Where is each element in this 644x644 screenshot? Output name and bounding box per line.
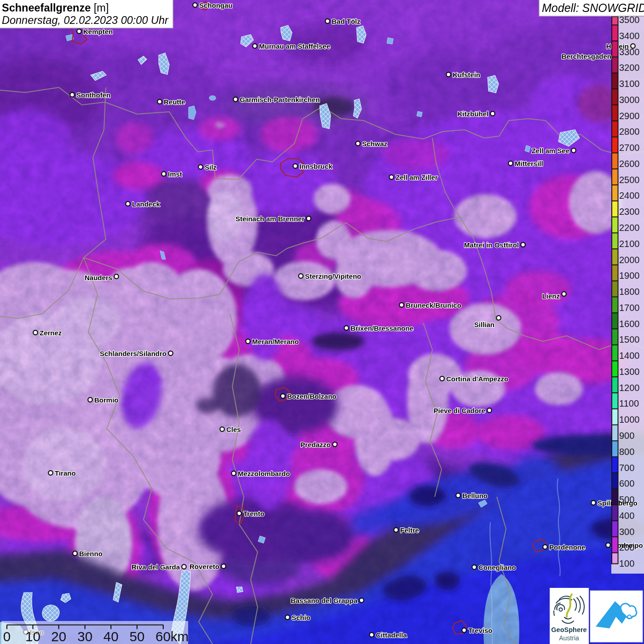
svg-text:Lienz: Lienz: [542, 292, 560, 300]
svg-text:Mezzolombardo: Mezzolombardo: [238, 470, 290, 477]
svg-text:3200: 3200: [619, 63, 640, 73]
svg-text:Cortina d'Ampezzo: Cortina d'Ampezzo: [446, 375, 508, 383]
svg-text:1200: 1200: [619, 383, 640, 393]
svg-text:Sonthofen: Sonthofen: [76, 91, 110, 99]
svg-text:Mittersill: Mittersill: [515, 160, 543, 167]
svg-text:Zell am See: Zell am See: [531, 147, 569, 155]
svg-text:1800: 1800: [619, 287, 640, 297]
svg-text:Pieve di Cadore: Pieve di Cadore: [433, 407, 485, 414]
svg-text:Kitzbühel: Kitzbühel: [458, 110, 489, 118]
svg-text:Riva del Garda: Riva del Garda: [132, 563, 180, 571]
svg-text:Feltre: Feltre: [400, 526, 419, 534]
svg-text:Schlanders/Silandro: Schlanders/Silandro: [100, 350, 167, 357]
svg-text:Schneefallgrenze [m]: Schneefallgrenze [m]: [2, 2, 109, 14]
svg-text:Bruneck/Brunico: Bruneck/Brunico: [406, 301, 461, 309]
svg-text:Cittadella: Cittadella: [376, 631, 407, 639]
svg-text:Steinach am Brenner: Steinach am Brenner: [236, 215, 305, 223]
svg-text:1000: 1000: [619, 414, 640, 425]
svg-text:1100: 1100: [619, 398, 639, 408]
svg-text:600: 600: [619, 478, 634, 489]
svg-text:Matrei in Osttirol: Matrei in Osttirol: [464, 241, 519, 249]
svg-text:3100: 3100: [619, 79, 640, 89]
svg-text:1900: 1900: [619, 270, 640, 281]
svg-text:900: 900: [619, 431, 634, 441]
svg-text:Innsbruck: Innsbruck: [299, 162, 333, 170]
svg-text:Tirano: Tirano: [55, 469, 76, 477]
svg-text:Sillian: Sillian: [474, 321, 494, 328]
svg-text:Treviso: Treviso: [468, 627, 493, 634]
svg-text:Zernez: Zernez: [40, 329, 62, 337]
svg-text:2800: 2800: [619, 126, 640, 137]
svg-text:2000: 2000: [619, 255, 640, 265]
svg-text:Belluno: Belluno: [462, 492, 488, 500]
svg-text:1600: 1600: [619, 319, 640, 329]
svg-text:Schongau: Schongau: [199, 1, 233, 9]
svg-text:Reutte: Reutte: [164, 98, 185, 106]
svg-text:Pordenone: Pordenone: [549, 543, 585, 551]
svg-text:2300: 2300: [619, 207, 640, 217]
svg-text:500: 500: [619, 494, 634, 505]
svg-text:Murnau am Staffelsee: Murnau am Staffelsee: [259, 42, 330, 50]
svg-text:Schwaz: Schwaz: [362, 140, 387, 148]
svg-text:Bad Tölz: Bad Tölz: [332, 17, 361, 25]
svg-text:Bormio: Bormio: [94, 396, 119, 404]
svg-text:60km: 60km: [155, 629, 189, 644]
svg-text:200: 200: [619, 542, 634, 552]
svg-text:2500: 2500: [619, 175, 640, 185]
svg-text:Berchtesgaden: Berchtesgaden: [562, 52, 611, 60]
svg-text:Cles: Cles: [226, 426, 241, 433]
svg-text:Rovereto: Rovereto: [190, 563, 219, 570]
svg-text:40: 40: [104, 629, 119, 644]
svg-text:800: 800: [619, 447, 634, 457]
svg-text:20: 20: [51, 629, 66, 644]
svg-text:Silz: Silz: [205, 163, 217, 171]
svg-text:10: 10: [25, 629, 40, 644]
svg-text:2200: 2200: [619, 223, 640, 233]
svg-text:3300: 3300: [619, 47, 640, 57]
svg-text:300: 300: [619, 527, 634, 537]
svg-text:Imst: Imst: [168, 170, 182, 178]
svg-text:Kufstein: Kufstein: [453, 71, 480, 79]
svg-text:Nauders: Nauders: [85, 274, 112, 282]
svg-text:Modell: SNOWGRID: Modell: SNOWGRID: [542, 1, 644, 14]
svg-text:400: 400: [619, 511, 634, 521]
svg-text:Donnerstag, 02.02.2023 00:00 U: Donnerstag, 02.02.2023 00:00 Uhr: [2, 14, 169, 26]
svg-text:2100: 2100: [619, 239, 640, 249]
svg-text:Austria: Austria: [559, 634, 579, 642]
svg-text:Brixen/Bressanone: Brixen/Bressanone: [351, 324, 414, 332]
svg-text:1300: 1300: [619, 367, 640, 377]
svg-text:Landeck: Landeck: [132, 200, 161, 208]
svg-text:Predazzo: Predazzo: [300, 441, 331, 448]
svg-text:Trento: Trento: [243, 510, 264, 518]
svg-text:2400: 2400: [619, 190, 640, 201]
svg-text:100: 100: [619, 558, 634, 569]
svg-text:Sterzing/Vipiteno: Sterzing/Vipiteno: [305, 272, 361, 280]
svg-text:Bienno: Bienno: [79, 550, 103, 558]
svg-text:Zell am Ziller: Zell am Ziller: [396, 173, 438, 181]
svg-text:1400: 1400: [619, 351, 640, 361]
svg-text:3000: 3000: [619, 95, 640, 105]
svg-text:Garmisch-Partenkirchen: Garmisch-Partenkirchen: [240, 96, 320, 104]
svg-text:1500: 1500: [619, 334, 640, 345]
svg-text:Kempten: Kempten: [83, 28, 113, 35]
svg-text:Meran/Merano: Meran/Merano: [252, 338, 299, 345]
svg-text:Bassano del Grappa: Bassano del Grappa: [291, 597, 358, 604]
svg-text:1700: 1700: [619, 303, 640, 313]
svg-text:2600: 2600: [619, 159, 640, 169]
svg-text:Bozen/Bolzano: Bozen/Bolzano: [287, 392, 337, 400]
svg-text:700: 700: [619, 463, 634, 473]
svg-text:3400: 3400: [619, 31, 640, 41]
svg-text:30: 30: [77, 629, 92, 644]
svg-text:0: 0: [3, 629, 11, 644]
svg-text:Conegliano: Conegliano: [478, 564, 516, 571]
svg-text:GeoSphere: GeoSphere: [551, 626, 586, 633]
svg-text:2700: 2700: [619, 143, 640, 153]
svg-text:Schio: Schio: [292, 614, 310, 621]
svg-text:50: 50: [129, 629, 144, 644]
svg-text:2900: 2900: [619, 111, 640, 121]
